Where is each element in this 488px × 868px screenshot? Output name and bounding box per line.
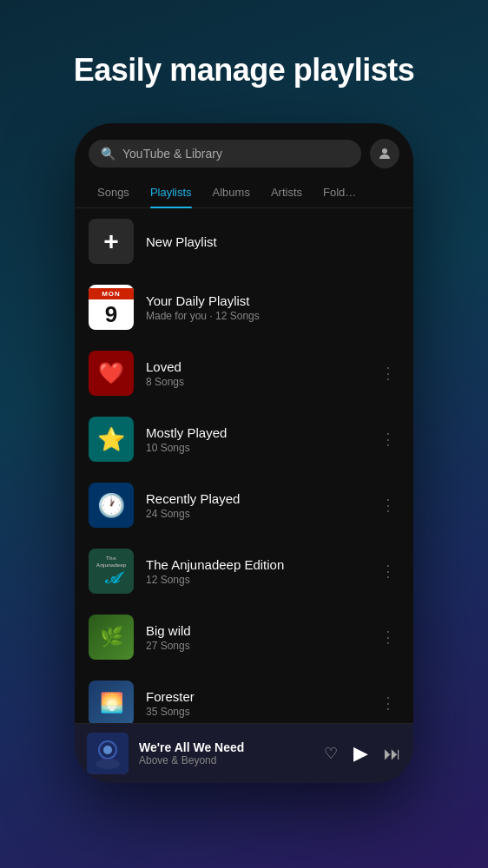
more-button[interactable]: ⋮ bbox=[377, 360, 399, 386]
now-playing-bar: We're All We Need Above & Beyond ♡ ▶ ⏭ bbox=[75, 723, 413, 783]
recent-thumb: 🕐 bbox=[89, 483, 134, 528]
search-icon: 🔍 bbox=[101, 147, 115, 161]
loved-thumb: ❤️ bbox=[89, 351, 134, 396]
playlist-info: The Anjunadeep Edition 12 Songs bbox=[146, 557, 365, 586]
anjuna-thumb: The Anjunadeep 𝒜 bbox=[89, 549, 134, 594]
list-item[interactable]: ⭐ Mostly Played 10 Songs ⋮ bbox=[75, 406, 413, 472]
playlist-name: Recently Played bbox=[146, 491, 365, 506]
playlist-name: Big wild bbox=[146, 623, 365, 638]
list-item[interactable]: 🌅 Forester 35 Songs ⋮ bbox=[75, 670, 413, 723]
daily-playlist-thumb: MON 9 bbox=[89, 285, 134, 330]
playlist-list: + New Playlist MON 9 Your Daily Playlist… bbox=[75, 208, 413, 723]
search-bar[interactable]: 🔍 YouTube & Library bbox=[89, 140, 361, 168]
more-button[interactable]: ⋮ bbox=[377, 690, 399, 716]
list-item[interactable]: The Anjunadeep 𝒜 The Anjunadeep Edition … bbox=[75, 538, 413, 604]
play-button[interactable]: ▶ bbox=[353, 742, 368, 765]
list-item[interactable]: 🌿 Big wild 27 Songs ⋮ bbox=[75, 604, 413, 670]
profile-button[interactable] bbox=[370, 139, 399, 168]
svg-point-0 bbox=[382, 148, 387, 154]
tab-fold[interactable]: Fold… bbox=[313, 177, 366, 207]
calendar-day: MON bbox=[89, 288, 134, 299]
heart-button[interactable]: ♡ bbox=[324, 744, 338, 763]
playlist-name: Mostly Played bbox=[146, 425, 365, 440]
playlist-info: Big wild 27 Songs bbox=[146, 623, 365, 652]
playlist-info: Loved 8 Songs bbox=[146, 359, 365, 388]
headline: Easily manage playlists bbox=[39, 0, 450, 123]
skip-button[interactable]: ⏭ bbox=[384, 744, 401, 764]
np-thumbnail bbox=[87, 733, 129, 774]
more-button[interactable]: ⋮ bbox=[377, 492, 399, 518]
svg-point-3 bbox=[103, 746, 112, 754]
playlist-sub: Made for you · 12 Songs bbox=[146, 310, 399, 322]
playlist-sub: 8 Songs bbox=[146, 376, 365, 388]
playlist-name: Loved bbox=[146, 359, 365, 374]
playlist-sub: 12 Songs bbox=[146, 574, 365, 586]
playlist-sub: 35 Songs bbox=[146, 706, 365, 718]
anjuna-label-top: The bbox=[106, 556, 116, 561]
np-controls: ♡ ▶ ⏭ bbox=[324, 742, 401, 765]
list-item[interactable]: MON 9 Your Daily Playlist Made for you ·… bbox=[75, 274, 413, 340]
np-title: We're All We Need bbox=[139, 740, 313, 754]
more-button[interactable]: ⋮ bbox=[377, 624, 399, 650]
phone-frame: 🔍 YouTube & Library Songs Playlists Albu… bbox=[75, 123, 413, 783]
playlist-info: Your Daily Playlist Made for you · 12 So… bbox=[146, 293, 399, 322]
new-playlist-thumb: + bbox=[89, 219, 134, 264]
playlist-sub: 10 Songs bbox=[146, 442, 365, 454]
tab-artists[interactable]: Artists bbox=[260, 177, 313, 207]
anjuna-brand: Anjunadeep bbox=[96, 562, 126, 568]
more-button[interactable]: ⋮ bbox=[377, 426, 399, 452]
playlist-info: Recently Played 24 Songs bbox=[146, 491, 365, 520]
playlist-name: New Playlist bbox=[146, 234, 399, 249]
tab-playlists[interactable]: Playlists bbox=[140, 177, 202, 207]
tab-songs[interactable]: Songs bbox=[87, 177, 140, 207]
calendar-num: 9 bbox=[105, 299, 117, 327]
playlist-sub: 24 Songs bbox=[146, 508, 365, 520]
playlist-sub: 27 Songs bbox=[146, 640, 365, 652]
playlist-info: Forester 35 Songs bbox=[146, 689, 365, 718]
search-bar-area: 🔍 YouTube & Library bbox=[75, 123, 413, 177]
forester-thumb: 🌅 bbox=[89, 681, 134, 723]
list-item[interactable]: 🕐 Recently Played 24 Songs ⋮ bbox=[75, 472, 413, 538]
svg-point-4 bbox=[96, 759, 120, 769]
np-artist: Above & Beyond bbox=[139, 754, 313, 766]
bigwild-thumb: 🌿 bbox=[89, 615, 134, 660]
tabs: Songs Playlists Albums Artists Fold… bbox=[75, 177, 413, 208]
playlist-info: New Playlist bbox=[146, 234, 399, 249]
list-item[interactable]: ❤️ Loved 8 Songs ⋮ bbox=[75, 340, 413, 406]
tab-albums[interactable]: Albums bbox=[202, 177, 260, 207]
search-placeholder: YouTube & Library bbox=[122, 147, 222, 161]
mostly-thumb: ⭐ bbox=[89, 417, 134, 462]
playlist-info: Mostly Played 10 Songs bbox=[146, 425, 365, 454]
more-button[interactable]: ⋮ bbox=[377, 558, 399, 584]
np-info: We're All We Need Above & Beyond bbox=[139, 740, 313, 766]
playlist-name: Forester bbox=[146, 689, 365, 704]
anjuna-icon: 𝒜 bbox=[105, 569, 118, 588]
playlist-name: Your Daily Playlist bbox=[146, 293, 399, 308]
playlist-name: The Anjunadeep Edition bbox=[146, 557, 365, 572]
list-item[interactable]: + New Playlist bbox=[75, 208, 413, 274]
